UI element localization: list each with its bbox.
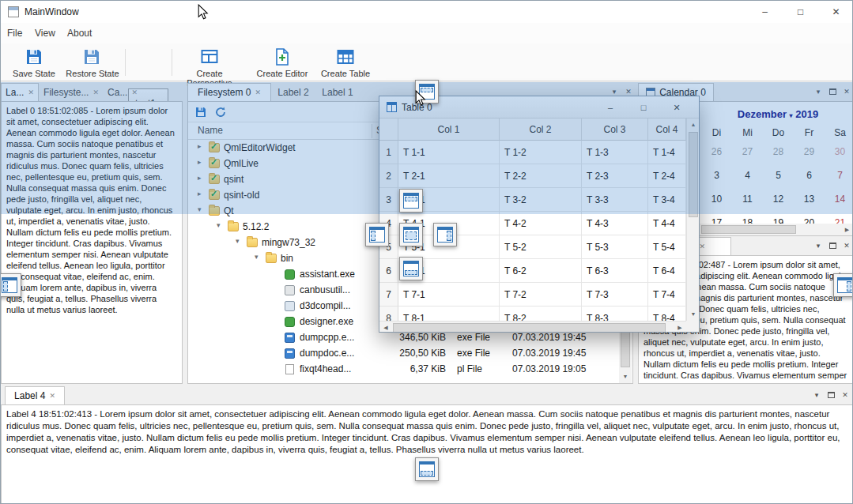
close-button[interactable]: ✕ bbox=[667, 100, 686, 115]
table-cell[interactable]: T 5-4 bbox=[648, 235, 686, 259]
drop-indicator-bottom[interactable] bbox=[399, 257, 423, 280]
calendar-day[interactable]: 14 bbox=[825, 188, 853, 210]
table-column-header[interactable]: Col 3 bbox=[582, 118, 648, 141]
floating-table-window[interactable]: Table 0 – □ ✕ Col 1 Col 2 Col 3 Col 4 1 … bbox=[379, 96, 700, 333]
table-cell[interactable]: T 1-4 bbox=[648, 141, 686, 164]
drop-indicator-top[interactable] bbox=[399, 189, 423, 213]
drop-indicator-right[interactable] bbox=[433, 223, 457, 246]
restore-state-icon[interactable] bbox=[82, 47, 101, 70]
fs-refresh-icon[interactable] bbox=[214, 106, 227, 122]
drop-indicator-center[interactable] bbox=[399, 223, 423, 246]
table-column-header[interactable]: Col 2 bbox=[500, 118, 582, 141]
tree-item[interactable]: dumpdoc.e... 250,50 KiB exe File 07.03.2… bbox=[188, 345, 619, 361]
tab-close-icon[interactable]: ✕ bbox=[255, 88, 261, 96]
calendar-day[interactable]: 26 bbox=[701, 141, 732, 163]
calendar-day[interactable]: 10 bbox=[701, 188, 732, 210]
collapse-icon[interactable]: ▾ bbox=[236, 237, 240, 245]
tab-close-icon[interactable]: ✕ bbox=[699, 243, 705, 250]
scroll-left-icon[interactable]: ◀ bbox=[379, 322, 392, 333]
tree-item[interactable]: fixqt4head... 6,37 KiB pl File 07.03.201… bbox=[188, 361, 619, 377]
calendar-day[interactable]: 12 bbox=[763, 188, 794, 210]
tab-label0[interactable]: La... ✕ bbox=[1, 83, 39, 101]
calendar-day[interactable]: 3 bbox=[701, 164, 732, 186]
row-header[interactable]: 3 bbox=[379, 188, 398, 212]
table-cell[interactable]: T 2-1 bbox=[398, 164, 500, 188]
drop-indicator-edge-left[interactable] bbox=[0, 273, 21, 297]
calendar-day[interactable]: 27 bbox=[732, 141, 763, 163]
calendar-day[interactable]: 28 bbox=[763, 141, 794, 163]
calendar-day[interactable]: 6 bbox=[794, 164, 825, 186]
row-header[interactable]: 1 bbox=[379, 141, 398, 164]
scroll-down-icon[interactable]: ▼ bbox=[619, 370, 632, 383]
create-editor-icon[interactable] bbox=[273, 47, 292, 70]
undock-button[interactable] bbox=[826, 239, 839, 252]
calendar-day[interactable]: 13 bbox=[794, 188, 825, 210]
tab-close-icon[interactable]: ✕ bbox=[92, 88, 99, 96]
scroll-right-icon[interactable]: ▶ bbox=[841, 224, 853, 235]
collapse-icon[interactable]: ▾ bbox=[255, 253, 259, 261]
table-cell[interactable]: T 6-4 bbox=[648, 259, 686, 283]
window-titlebar[interactable]: MainWindow – □ ✕ bbox=[1, 1, 852, 23]
table-cell[interactable]: T 1-1 bbox=[398, 141, 500, 164]
scrollbar-thumb[interactable] bbox=[689, 132, 698, 217]
tab-filesystem[interactable]: Filesyste... ✕ bbox=[39, 83, 104, 101]
table-column-header[interactable]: Col 4 bbox=[648, 118, 686, 141]
table-cell[interactable]: T 6-2 bbox=[500, 259, 582, 283]
collapse-icon[interactable]: ▾ bbox=[198, 205, 202, 213]
calendar-day[interactable]: 29 bbox=[794, 141, 825, 163]
panel-close-button[interactable]: ✕ bbox=[840, 85, 853, 98]
row-header[interactable]: 7 bbox=[379, 283, 398, 307]
save-state-icon[interactable] bbox=[25, 47, 43, 70]
menu-view[interactable]: View bbox=[35, 23, 55, 43]
expand-icon[interactable]: ▸ bbox=[198, 190, 202, 197]
row-header[interactable]: 2 bbox=[379, 164, 398, 188]
create-editor-button[interactable]: Create Editor bbox=[252, 69, 312, 78]
calendar-month-title[interactable]: Dezember ▾ 2019 bbox=[702, 108, 853, 120]
maximize-button[interactable]: □ bbox=[634, 100, 653, 115]
tabs-menu-button[interactable]: ▾ bbox=[810, 389, 823, 401]
tab-label4[interactable]: Label 4 ✕ bbox=[5, 386, 65, 404]
calendar-month[interactable]: Dezember bbox=[738, 108, 787, 120]
create-table-button[interactable]: Create Table bbox=[317, 69, 374, 78]
create-perspective-icon[interactable] bbox=[200, 47, 219, 70]
drop-indicator-edge-bottom[interactable] bbox=[415, 457, 439, 481]
scrollbar-thumb[interactable] bbox=[701, 225, 796, 234]
minimize-button[interactable]: – bbox=[601, 100, 620, 115]
tab-close-icon[interactable]: ✕ bbox=[131, 88, 138, 96]
calendar-year[interactable]: 2019 bbox=[795, 108, 818, 120]
calendar-day[interactable]: 7 bbox=[825, 164, 853, 186]
table-cell[interactable]: T 7-2 bbox=[500, 283, 582, 307]
collapse-icon[interactable]: ▾ bbox=[217, 221, 221, 229]
undock-button[interactable] bbox=[825, 389, 837, 401]
table-cell[interactable]: T 2-3 bbox=[582, 164, 648, 188]
table-cell[interactable]: T 5-3 bbox=[582, 235, 648, 259]
drop-indicator-left[interactable] bbox=[365, 223, 389, 246]
calendar-day[interactable]: 30 bbox=[825, 141, 853, 163]
menu-file[interactable]: File bbox=[7, 23, 22, 43]
tab-close-icon[interactable]: ✕ bbox=[49, 392, 55, 400]
table-cell[interactable]: T 4-2 bbox=[500, 212, 582, 235]
tabs-menu-button[interactable]: ▾ bbox=[812, 239, 825, 252]
table-cell[interactable]: T 4-4 bbox=[648, 212, 686, 235]
table-cell[interactable]: T 2-4 bbox=[648, 164, 686, 188]
tab-filesystem-0[interactable]: Filesystem 0 ✕ bbox=[187, 83, 271, 101]
row-header[interactable]: 6 bbox=[379, 259, 398, 283]
expand-icon[interactable]: ▸ bbox=[198, 174, 202, 182]
column-divider[interactable] bbox=[372, 124, 372, 138]
scroll-up-icon[interactable]: ▲ bbox=[687, 118, 700, 131]
menu-about[interactable]: About bbox=[67, 23, 92, 43]
table-cell[interactable]: T 7-3 bbox=[582, 283, 648, 307]
tab-close-icon[interactable]: ✕ bbox=[28, 88, 34, 96]
scrollbar-thumb[interactable] bbox=[393, 323, 666, 333]
save-state-button[interactable]: Save State bbox=[6, 69, 62, 78]
tab-calendar[interactable]: Ca... ✕ bbox=[104, 83, 142, 101]
table-cell[interactable]: T 3-2 bbox=[500, 188, 582, 212]
panel-close-button[interactable]: ✕ bbox=[839, 389, 851, 401]
table-cell[interactable]: T 4-3 bbox=[582, 212, 648, 235]
tab-label1[interactable]: Label 1 bbox=[315, 83, 360, 101]
table-hscrollbar[interactable]: ◀ ▶ bbox=[379, 321, 686, 333]
column-header-name[interactable]: Name bbox=[198, 125, 223, 136]
maximize-button[interactable]: □ bbox=[783, 1, 818, 23]
table-cell[interactable]: T 1-2 bbox=[500, 141, 582, 164]
expand-icon[interactable]: ▸ bbox=[198, 142, 202, 150]
